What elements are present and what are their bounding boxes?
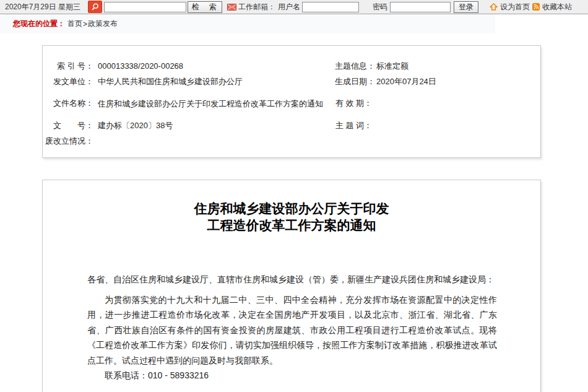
search-button[interactable] xyxy=(88,1,102,13)
issuing-unit-label: 发文单位： xyxy=(43,76,93,87)
search-input[interactable] xyxy=(104,2,186,12)
keywords-label: 主 题 词： xyxy=(335,120,372,131)
index-number-value: 000013338/2020-00268 xyxy=(98,61,331,71)
doc-number-value: 建办标〔2020〕38号 xyxy=(98,120,331,131)
topic-info-value: 标准定额 xyxy=(376,61,540,72)
breadcrumb: 您现在的位置： 首页 > 政策发布 xyxy=(0,14,495,33)
document-title-line2: 工程造价改革工作方案的通知 xyxy=(43,217,540,233)
meta-row-title: 文件名称： 住房和城乡建设部办公厅关于印发工程造价改革工作方案的通知 有 效 期… xyxy=(43,89,540,118)
password-input[interactable] xyxy=(390,2,451,12)
top-toolbar: 2020年7月29日 星期三 检 索 工作邮箱： 用户名 密码 登录 设为首页 xyxy=(0,0,588,14)
salutation-line: 各省、自治区住房和城乡建设厅、直辖市住房和城乡建设（管）委，新疆生产建设兵团住房… xyxy=(87,272,497,287)
meta-row-repeal-status: 废改立情况： xyxy=(43,133,540,149)
breadcrumb-home-link[interactable]: 首页 xyxy=(67,19,82,29)
document-content-panel: 住房和城乡建设部办公厅关于印发 工程造价改革工作方案的通知 各省、自治区住房和城… xyxy=(42,180,541,392)
search-icon xyxy=(91,2,100,11)
breadcrumb-current-link[interactable]: 政策发布 xyxy=(88,19,118,29)
file-title-value: 住房和城乡建设部办公厅关于印发工程造价改革工作方案的通知 xyxy=(98,95,331,112)
retrieve-button[interactable]: 检 索 xyxy=(188,1,222,13)
meta-row-issuer: 发文单位： 中华人民共和国住房和城乡建设部办公厅 生成日期： 2020年07月2… xyxy=(43,74,540,89)
username-label: 用户名 xyxy=(278,2,300,12)
issue-date-value: 2020年07月24日 xyxy=(376,76,540,87)
document-title: 住房和城乡建设部办公厅关于印发 工程造价改革工作方案的通知 xyxy=(43,200,540,233)
mail-label: 工作邮箱： xyxy=(238,2,275,12)
doc-number-label: 文 号： xyxy=(43,120,93,131)
document-body: 各省、自治区住房和城乡建设厅、直辖市住房和城乡建设（管）委，新疆生产建设兵团住房… xyxy=(43,272,540,392)
issue-date-label: 生成日期： xyxy=(335,76,372,87)
login-button[interactable]: 登录 xyxy=(454,1,478,13)
mail-icon xyxy=(227,4,236,11)
document-metadata-panel: 索 引 号： 000013338/2020-00268 主题信息： 标准定额 发… xyxy=(42,45,541,158)
contact-phone-line: 联系电话：010 - 58933216 xyxy=(87,368,497,383)
rss-bookmark-icon xyxy=(532,3,540,11)
repeal-status-label: 废改立情况： xyxy=(43,136,93,147)
document-title-line1: 住房和城乡建设部办公厅关于印发 xyxy=(43,200,540,217)
meta-row-index: 索 引 号： 000013338/2020-00268 主题信息： 标准定额 xyxy=(43,58,540,74)
index-number-label: 索 引 号： xyxy=(43,61,93,72)
file-title-label: 文件名称： xyxy=(43,98,93,109)
issuing-unit-value: 中华人民共和国住房和城乡建设部办公厅 xyxy=(98,76,331,87)
body-paragraph: 为贯彻落实党的十九大和十九届二中、三中、四中全会精神，充分发挥市场在资源配置中的… xyxy=(87,292,497,368)
quick-links: 设为首页 收藏本站 xyxy=(490,2,572,12)
password-label: 密码 xyxy=(373,2,387,12)
home-arrow-icon xyxy=(490,3,498,11)
validity-label: 有 效 期： xyxy=(335,98,372,109)
meta-row-docnumber: 文 号： 建办标〔2020〕38号 主 题 词： xyxy=(43,118,540,133)
breadcrumb-separator: > xyxy=(83,20,87,28)
current-date: 2020年7月29日 星期三 xyxy=(5,2,88,12)
topic-info-label: 主题信息： xyxy=(335,61,372,72)
breadcrumb-label: 您现在的位置： xyxy=(13,19,65,29)
bookmark-site-link[interactable]: 收藏本站 xyxy=(542,2,572,12)
set-homepage-link[interactable]: 设为首页 xyxy=(500,2,530,12)
username-input[interactable] xyxy=(302,2,359,12)
page: { "topbar": { "date": "2020年7月29日 星期三", … xyxy=(0,0,588,392)
